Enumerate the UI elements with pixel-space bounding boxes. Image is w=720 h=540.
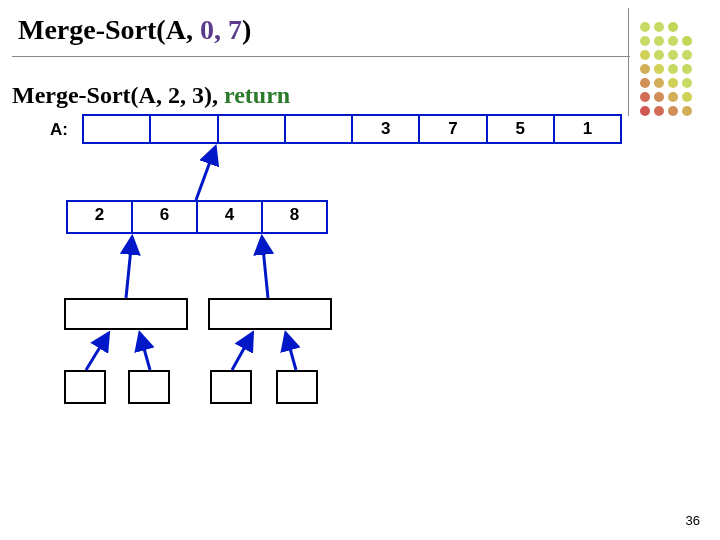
slide: Merge-Sort(A, 0, 7) Merge-Sort(A, 2, 3),… <box>0 0 720 540</box>
arrow-pairR-to-mid <box>262 238 268 298</box>
title-side-line <box>628 8 629 116</box>
title-args: 0, 7 <box>200 14 242 45</box>
dot-icon <box>682 92 692 102</box>
title-post: ) <box>242 14 251 45</box>
dot-icon <box>682 106 692 116</box>
dot-icon <box>668 106 678 116</box>
dot-icon <box>654 22 664 32</box>
leaf-1 <box>128 370 170 404</box>
dot-icon <box>682 64 692 74</box>
subtitle: Merge-Sort(A, 2, 3), return <box>12 82 290 109</box>
array-cell-7: 1 <box>553 116 620 142</box>
dot-icon <box>640 92 650 102</box>
arrow-mid-to-top <box>196 148 215 200</box>
dot-icon <box>640 50 650 60</box>
arrow-leaf0-to-pairL <box>86 334 108 370</box>
title-pre: Merge-Sort(A, <box>18 14 200 45</box>
subarray-node: 2 6 4 8 <box>66 200 328 234</box>
leaf-0 <box>64 370 106 404</box>
dot-icon <box>682 36 692 46</box>
dot-icon <box>640 78 650 88</box>
dot-icon <box>668 50 678 60</box>
array-label: A: <box>50 120 68 140</box>
pair-node-right <box>208 298 332 330</box>
array-cell-5: 7 <box>418 116 485 142</box>
dot-icon <box>682 50 692 60</box>
arrows-svg <box>0 0 720 540</box>
slide-title: Merge-Sort(A, 0, 7) <box>18 14 251 46</box>
dot-icon <box>640 64 650 74</box>
subtitle-return: return <box>224 82 290 108</box>
title-underline <box>12 56 630 57</box>
dot-icon <box>654 92 664 102</box>
dot-icon <box>668 78 678 88</box>
dot-icon <box>668 64 678 74</box>
dot-icon <box>668 36 678 46</box>
dot-icon <box>654 50 664 60</box>
dot-icon <box>640 22 650 32</box>
subtitle-pre: Merge-Sort(A, 2, 3), <box>12 82 224 108</box>
dot-icon <box>668 92 678 102</box>
arrow-leaf3-to-pairR <box>286 334 296 370</box>
slide-number: 36 <box>686 513 700 528</box>
array-cell-0 <box>84 116 149 142</box>
dot-icon <box>640 36 650 46</box>
sub-cell-0: 2 <box>68 202 131 232</box>
arrow-leaf2-to-pairR <box>232 334 252 370</box>
dot-icon <box>682 78 692 88</box>
arrow-pairL-to-mid <box>126 238 132 298</box>
dot-icon <box>654 36 664 46</box>
array-cell-1 <box>149 116 216 142</box>
dot-icon <box>654 64 664 74</box>
pair-node-left <box>64 298 188 330</box>
array-cell-4: 3 <box>351 116 418 142</box>
leaf-3 <box>276 370 318 404</box>
dot-icon <box>654 78 664 88</box>
array-cell-2 <box>217 116 284 142</box>
dot-icon <box>668 22 678 32</box>
array-cell-3 <box>284 116 351 142</box>
sub-cell-1: 6 <box>131 202 196 232</box>
sub-cell-3: 8 <box>261 202 326 232</box>
dot-icon <box>640 106 650 116</box>
corner-dots <box>640 22 704 132</box>
arrow-leaf1-to-pairL <box>140 334 150 370</box>
sub-cell-2: 4 <box>196 202 261 232</box>
array-cell-6: 5 <box>486 116 553 142</box>
dot-icon <box>654 106 664 116</box>
array-top: 3 7 5 1 <box>82 114 622 144</box>
leaf-2 <box>210 370 252 404</box>
